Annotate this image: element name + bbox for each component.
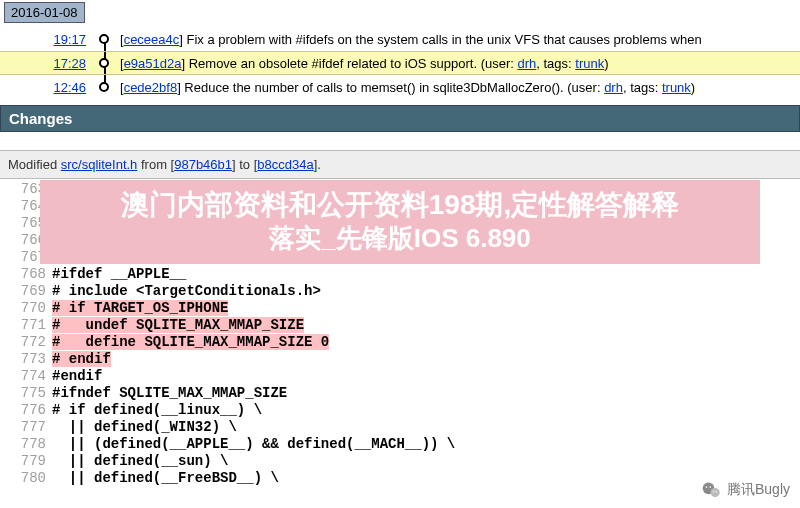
code-line: 770# if TARGET_OS_IPHONE (6, 300, 800, 317)
code-line: 779 || defined(__sun) \ (6, 453, 800, 470)
code-line: 780 || defined(__FreeBSD__) \ (6, 470, 800, 487)
code-line: 778 || (defined(__APPLE__) && defined(__… (6, 436, 800, 453)
line-number: 775 (6, 385, 46, 402)
tag-link[interactable]: trunk (662, 80, 691, 95)
commit-text: [e9a51d2a] Remove an obsolete #ifdef rel… (120, 56, 800, 71)
modified-file-link[interactable]: src/sqliteInt.h (61, 157, 138, 172)
line-number: 770 (6, 300, 46, 317)
timeline-row: 19:17[ceceea4c] Fix a problem with #ifde… (0, 27, 800, 51)
commit-hash-link[interactable]: e9a51d2a (124, 56, 182, 71)
commit-hash-link[interactable]: ceceea4c (124, 32, 180, 47)
graph-node (92, 51, 120, 75)
code-line: 769# include <TargetConditionals.h> (6, 283, 800, 300)
line-number: 771 (6, 317, 46, 334)
changes-header: Changes (0, 105, 800, 132)
wechat-icon (701, 480, 721, 487)
code-line: 776# if defined(__linux__) \ (6, 402, 800, 419)
commit-text: [ceceea4c] Fix a problem with #ifdefs on… (120, 32, 800, 47)
tag-link[interactable]: trunk (575, 56, 604, 71)
line-number: 768 (6, 266, 46, 283)
code-text: || defined(__sun) \ (52, 453, 228, 469)
code-text: #ifdef __APPLE__ (52, 266, 186, 282)
overlay-line1: 澳门内部资料和公开资料198期,定性解答解释 (40, 188, 760, 222)
modified-suffix: ]. (314, 157, 321, 172)
code-line: 773# endif (6, 351, 800, 368)
line-number: 777 (6, 419, 46, 436)
modified-to-hash[interactable]: b8ccd34a (257, 157, 313, 172)
code-text: # define SQLITE_MAX_MMAP_SIZE 0 (52, 334, 329, 350)
line-number: 774 (6, 368, 46, 385)
code-line: 774#endif (6, 368, 800, 385)
commit-text: [cede2bf8] Reduce the number of calls to… (120, 80, 800, 95)
code-text: # undef SQLITE_MAX_MMAP_SIZE (52, 317, 304, 333)
code-text: #endif (52, 368, 102, 384)
code-text: # include <TargetConditionals.h> (52, 283, 321, 299)
line-number: 769 (6, 283, 46, 300)
modified-mid1: from [ (137, 157, 174, 172)
svg-point-0 (703, 483, 715, 488)
code-line: 775#ifndef SQLITE_MAX_MMAP_SIZE (6, 385, 800, 402)
timeline: 19:17[ceceea4c] Fix a problem with #ifde… (0, 27, 800, 99)
user-link[interactable]: drh (604, 80, 623, 95)
line-number: 773 (6, 351, 46, 368)
date-badge: 2016-01-08 (4, 2, 85, 23)
commit-time-link[interactable]: 12:46 (0, 80, 92, 95)
code-line: 771# undef SQLITE_MAX_MMAP_SIZE (6, 317, 800, 334)
code-text: || defined(_WIN32) \ (52, 419, 237, 435)
graph-node (92, 75, 120, 99)
overlay-line2: 落实_先锋版IOS 6.890 (40, 222, 760, 254)
watermark-text: 腾讯Bugly (727, 481, 790, 487)
timeline-row: 12:46[cede2bf8] Reduce the number of cal… (0, 75, 800, 99)
line-number: 778 (6, 436, 46, 453)
modified-prefix: Modified (8, 157, 61, 172)
code-text: # if defined(__linux__) \ (52, 402, 262, 418)
user-link[interactable]: drh (517, 56, 536, 71)
commit-time-link[interactable]: 17:28 (0, 56, 92, 71)
commit-hash-link[interactable]: cede2bf8 (124, 80, 178, 95)
commit-time-link[interactable]: 19:17 (0, 32, 92, 47)
code-text: || (defined(__APPLE__) && defined(__MACH… (52, 436, 455, 452)
watermark: 腾讯Bugly (701, 480, 790, 487)
code-line: 768#ifdef __APPLE__ (6, 266, 800, 283)
line-number: 779 (6, 453, 46, 470)
line-number: 772 (6, 334, 46, 351)
code-text: || defined(__FreeBSD__) \ (52, 470, 279, 486)
timeline-row: 17:28[e9a51d2a] Remove an obsolete #ifde… (0, 51, 800, 75)
line-number: 780 (6, 470, 46, 487)
modified-mid2: ] to [ (232, 157, 257, 172)
code-text: # endif (52, 351, 111, 367)
overlay-banner: 澳门内部资料和公开资料198期,定性解答解释 落实_先锋版IOS 6.890 (40, 180, 760, 264)
code-line: 777 || defined(_WIN32) \ (6, 419, 800, 436)
code-text: # if TARGET_OS_IPHONE (52, 300, 228, 316)
line-number: 776 (6, 402, 46, 419)
graph-node (92, 27, 120, 51)
modified-line: Modified src/sqliteInt.h from [987b46b1]… (0, 150, 800, 179)
code-line: 772# define SQLITE_MAX_MMAP_SIZE 0 (6, 334, 800, 351)
modified-from-hash[interactable]: 987b46b1 (174, 157, 232, 172)
code-text: #ifndef SQLITE_MAX_MMAP_SIZE (52, 385, 287, 401)
